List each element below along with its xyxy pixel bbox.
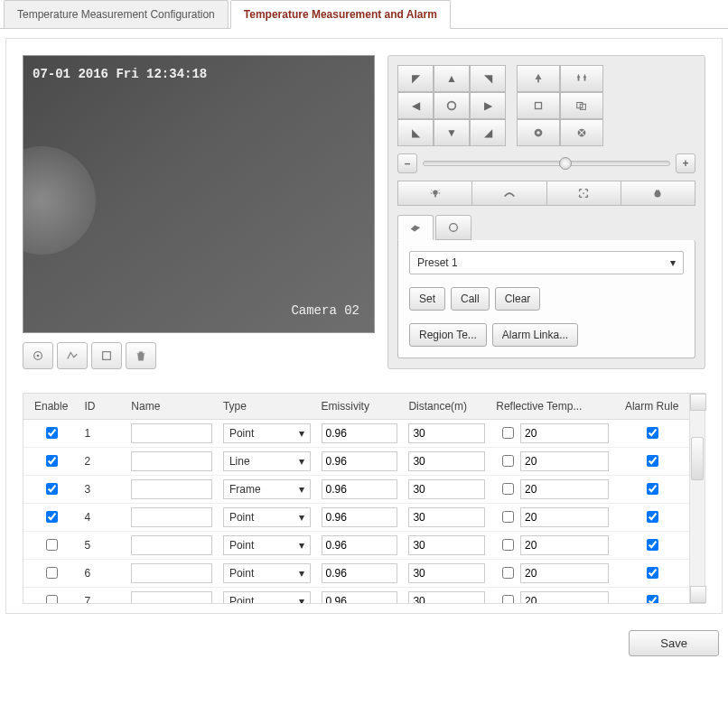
chevron-down-icon: ▾ xyxy=(670,256,676,269)
emissivity-input[interactable] xyxy=(322,591,398,604)
reflective-checkbox[interactable] xyxy=(502,511,514,523)
ptz-right-icon[interactable]: ▶ xyxy=(470,92,506,119)
enable-checkbox[interactable] xyxy=(46,427,58,439)
type-select[interactable]: Point▾ xyxy=(223,591,311,604)
row-id: 2 xyxy=(79,447,126,475)
ptz-down-icon[interactable]: ▼ xyxy=(434,119,470,146)
draw-line-button[interactable] xyxy=(57,342,88,369)
alarm-linkage-button[interactable]: Alarm Linka... xyxy=(492,323,578,347)
name-input[interactable] xyxy=(131,563,212,583)
enable-checkbox[interactable] xyxy=(46,567,58,579)
patrol-tab-icon[interactable] xyxy=(435,215,471,240)
ptz-left-icon[interactable]: ◀ xyxy=(397,92,434,119)
distance-input[interactable] xyxy=(408,451,485,471)
distance-input[interactable] xyxy=(408,423,485,443)
preset-select[interactable]: Preset 1 ▾ xyxy=(409,251,684,274)
reflective-input[interactable] xyxy=(520,451,609,471)
tab-temp-config[interactable]: Temperature Measurement Configuration xyxy=(4,0,229,28)
emissivity-input[interactable] xyxy=(322,535,398,555)
svg-point-16 xyxy=(655,190,661,197)
alarm-checkbox[interactable] xyxy=(647,455,658,467)
distance-input[interactable] xyxy=(408,591,485,604)
enable-checkbox[interactable] xyxy=(46,539,58,551)
enable-checkbox[interactable] xyxy=(46,595,58,603)
reflective-checkbox[interactable] xyxy=(502,483,514,495)
alarm-checkbox[interactable] xyxy=(647,511,658,523)
table-scrollbar[interactable] xyxy=(689,394,705,603)
name-input[interactable] xyxy=(131,507,212,527)
preset-call-button[interactable]: Call xyxy=(451,287,490,311)
focus-icon[interactable] xyxy=(547,181,621,206)
ptz-up-left-icon[interactable]: ◤ xyxy=(397,65,434,92)
preset-tab-icon[interactable] xyxy=(397,215,434,240)
draw-point-button[interactable] xyxy=(23,342,53,369)
ptz-down-right-icon[interactable]: ◢ xyxy=(470,119,506,146)
enable-checkbox[interactable] xyxy=(46,511,58,523)
reflective-input[interactable] xyxy=(520,535,609,555)
reflective-checkbox[interactable] xyxy=(502,567,514,579)
reflective-checkbox[interactable] xyxy=(502,595,514,603)
reflective-checkbox[interactable] xyxy=(502,539,514,551)
type-select[interactable]: Point▾ xyxy=(223,423,311,443)
reflective-input[interactable] xyxy=(520,563,609,583)
enable-checkbox[interactable] xyxy=(46,483,58,495)
table-scrollbar-thumb[interactable] xyxy=(691,437,704,480)
emissivity-input[interactable] xyxy=(322,507,398,527)
type-select[interactable]: Frame▾ xyxy=(223,479,311,499)
name-input[interactable] xyxy=(131,423,212,443)
distance-input[interactable] xyxy=(408,507,485,527)
speed-increase-button[interactable]: + xyxy=(676,153,695,173)
save-button[interactable]: Save xyxy=(629,630,719,656)
emissivity-input[interactable] xyxy=(322,423,398,443)
emissivity-input[interactable] xyxy=(322,451,398,471)
type-select[interactable]: Point▾ xyxy=(223,563,311,583)
emissivity-input[interactable] xyxy=(322,479,398,499)
reflective-input[interactable] xyxy=(520,507,609,527)
enable-checkbox[interactable] xyxy=(46,455,58,467)
speed-slider-thumb[interactable] xyxy=(559,157,572,170)
zoom-out-icon[interactable] xyxy=(560,65,603,92)
tab-temp-alarm[interactable]: Temperature Measurement and Alarm xyxy=(230,0,451,29)
alarm-checkbox[interactable] xyxy=(647,539,658,551)
alarm-checkbox[interactable] xyxy=(647,427,658,439)
alarm-checkbox[interactable] xyxy=(647,595,658,603)
name-input[interactable] xyxy=(131,479,212,499)
iris-open-icon[interactable] xyxy=(517,119,560,146)
preset-clear-button[interactable]: Clear xyxy=(495,287,541,311)
type-select[interactable]: Line▾ xyxy=(223,451,311,471)
preset-set-button[interactable]: Set xyxy=(409,287,445,311)
focus-near-icon[interactable] xyxy=(517,92,560,119)
name-input[interactable] xyxy=(131,535,212,555)
name-input[interactable] xyxy=(131,591,212,604)
video-preview[interactable]: 07-01 2016 Fri 12:34:18 Camera 02 xyxy=(23,55,375,333)
iris-close-icon[interactable] xyxy=(560,119,603,146)
ptz-up-icon[interactable]: ▲ xyxy=(434,65,470,92)
ptz-down-left-icon[interactable]: ◣ xyxy=(397,119,434,146)
speed-decrease-button[interactable]: – xyxy=(397,153,417,173)
init-lens-icon[interactable] xyxy=(621,181,695,206)
reflective-checkbox[interactable] xyxy=(502,455,514,467)
focus-far-icon[interactable] xyxy=(560,92,603,119)
region-temp-button[interactable]: Region Te... xyxy=(409,323,487,347)
ptz-up-right-icon[interactable]: ◥ xyxy=(470,65,506,92)
zoom-in-icon[interactable] xyxy=(517,65,560,92)
alarm-checkbox[interactable] xyxy=(647,483,658,495)
reflective-input[interactable] xyxy=(520,423,609,443)
reflective-input[interactable] xyxy=(520,479,609,499)
emissivity-input[interactable] xyxy=(322,563,398,583)
light-icon[interactable] xyxy=(397,181,472,206)
ptz-auto-icon[interactable] xyxy=(434,92,470,119)
distance-input[interactable] xyxy=(408,563,485,583)
alarm-checkbox[interactable] xyxy=(647,567,658,579)
reflective-checkbox[interactable] xyxy=(502,427,514,439)
type-select[interactable]: Point▾ xyxy=(223,507,311,527)
name-input[interactable] xyxy=(131,451,212,471)
speed-slider[interactable] xyxy=(423,161,670,166)
wiper-icon[interactable] xyxy=(472,181,546,206)
draw-frame-button[interactable] xyxy=(91,342,122,369)
distance-input[interactable] xyxy=(408,479,485,499)
type-select[interactable]: Point▾ xyxy=(223,535,311,555)
distance-input[interactable] xyxy=(408,535,485,555)
delete-button[interactable] xyxy=(126,342,156,369)
reflective-input[interactable] xyxy=(520,591,609,604)
